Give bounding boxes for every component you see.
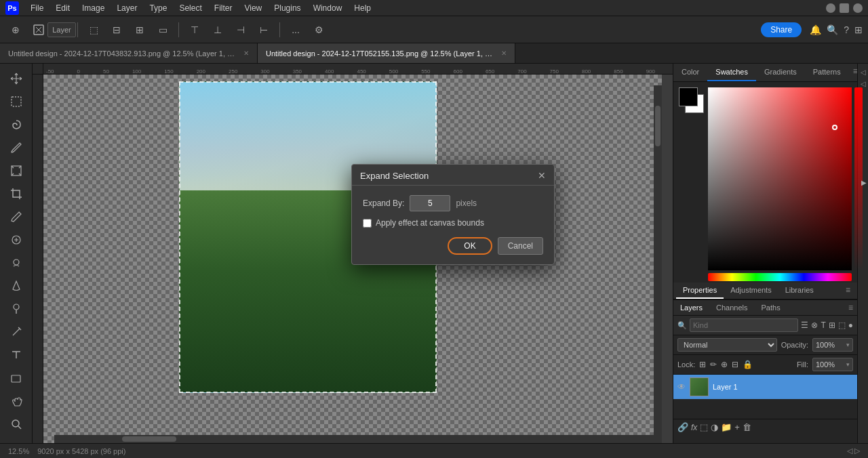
cancel-button[interactable]: Cancel (498, 237, 543, 255)
layers-menu-icon[interactable]: ≡ (844, 300, 857, 315)
filter-icon-1[interactable]: ☰ (801, 320, 808, 330)
notifications-icon[interactable]: 🔔 (810, 24, 821, 35)
layers-search-input[interactable] (690, 318, 798, 332)
window-close[interactable] (853, 3, 863, 13)
layer-visibility-icon[interactable]: 👁 (677, 382, 686, 392)
expand-color-icon[interactable]: ▶ (861, 179, 867, 186)
menu-image[interactable]: Image (77, 2, 109, 14)
tab-layers[interactable]: Layers (673, 300, 709, 315)
tab-patterns[interactable]: Patterns (805, 64, 849, 81)
color-gradient-area[interactable] (708, 87, 852, 270)
menu-help[interactable]: Help (349, 2, 376, 14)
eyedropper-tool[interactable] (4, 206, 28, 228)
help-icon[interactable]: ? (844, 24, 849, 35)
tab-1-close[interactable]: ✕ (243, 49, 249, 57)
clone-tool[interactable] (4, 252, 28, 274)
type-tool[interactable] (4, 344, 28, 366)
move-tool[interactable] (4, 68, 28, 89)
align-opt-1[interactable]: ⬚ (83, 20, 104, 39)
fg-bg-swatches[interactable] (679, 87, 704, 113)
menu-filter[interactable]: Filter (210, 2, 237, 14)
hue-slider[interactable] (708, 273, 852, 281)
tab-channels[interactable]: Channels (709, 300, 754, 315)
align-opt-3[interactable]: ⊞ (130, 20, 150, 39)
menu-window[interactable]: Window (309, 2, 347, 14)
collapse-icon-2[interactable]: ◁ (861, 80, 866, 87)
tab-gradients[interactable]: Gradients (756, 64, 805, 81)
filter-icon-2[interactable]: ⊗ (811, 320, 818, 330)
apply-canvas-checkbox[interactable] (363, 219, 372, 228)
ok-button[interactable]: OK (448, 237, 492, 255)
marquee-tool[interactable] (4, 91, 28, 112)
menu-edit[interactable]: Edit (51, 2, 75, 14)
delete-layer-icon[interactable]: 🗑 (743, 422, 751, 432)
move-tool-options[interactable]: ⊕ (5, 20, 26, 39)
align-opt-5[interactable]: ⊤ (184, 20, 205, 39)
add-mask-icon[interactable]: ⬚ (700, 422, 708, 432)
menu-file[interactable]: File (26, 2, 48, 14)
search-icon[interactable]: 🔍 (827, 24, 838, 35)
lasso-tool[interactable] (4, 114, 28, 136)
scrollbar-horizontal[interactable] (54, 435, 654, 443)
tab-1[interactable]: Untitled design - 2024-12-17T043832.913.… (0, 43, 258, 64)
link-layers-icon[interactable]: 🔗 (677, 422, 688, 432)
extra-opt[interactable]: ... (285, 20, 306, 39)
menu-layer[interactable]: Layer (112, 2, 142, 14)
tab-adjustments[interactable]: Adjustments (724, 283, 778, 299)
blur-tool[interactable] (4, 275, 28, 297)
zoom-tool[interactable] (4, 413, 28, 435)
align-opt-6[interactable]: ⊥ (208, 20, 228, 39)
fill-value-field[interactable]: 100% ▾ (812, 358, 853, 371)
tab-color[interactable]: Color (673, 64, 707, 81)
lock-brush-icon[interactable]: ✏ (710, 360, 717, 369)
collapse-icon-1[interactable]: ◁ (861, 68, 866, 76)
tab-libraries[interactable]: Libraries (778, 283, 821, 299)
filter-icon-5[interactable]: ⬚ (838, 320, 846, 330)
share-button[interactable]: Share (761, 22, 802, 37)
lock-position-icon[interactable]: ⊕ (721, 360, 728, 369)
tab-2[interactable]: Untitled design - 2024-12-17T052155.135.… (258, 43, 515, 64)
filter-icon-4[interactable]: ⊞ (829, 320, 835, 330)
opacity-value-field[interactable]: 100% ▾ (812, 338, 853, 352)
settings-icon[interactable]: ⚙ (309, 20, 329, 39)
menu-view[interactable]: View (239, 2, 267, 14)
fx-icon[interactable]: fx (691, 423, 697, 432)
lock-artboard-icon[interactable]: ⊟ (732, 360, 738, 369)
dialog-close-button[interactable]: ✕ (538, 170, 546, 181)
color-picker[interactable]: ▶ (708, 87, 852, 277)
canvas-container[interactable]: -50 0 50 100 150 200 250 300 350 400 450… (33, 64, 673, 443)
lock-transparency-icon[interactable]: ⊞ (699, 360, 706, 369)
heal-tool[interactable] (4, 229, 28, 251)
transform-tool[interactable] (4, 160, 28, 182)
foreground-swatch[interactable] (679, 87, 698, 106)
pen-tool[interactable] (4, 321, 28, 343)
scrollbar-vertical[interactable] (654, 85, 662, 443)
lock-all-icon[interactable]: 🔒 (743, 360, 753, 369)
filter-icon-3[interactable]: T (821, 320, 825, 330)
new-group-icon[interactable]: 📁 (721, 422, 732, 432)
tab-properties[interactable]: Properties (676, 283, 724, 299)
arrange-icon[interactable]: ⊞ (854, 24, 863, 35)
align-opt-7[interactable]: ⊣ (231, 20, 251, 39)
dodge-tool[interactable] (4, 298, 28, 320)
crop-tool[interactable] (4, 183, 28, 205)
align-opt-8[interactable]: ⊢ (254, 20, 274, 39)
window-maximize[interactable] (840, 3, 849, 13)
align-opt-2[interactable]: ⊟ (106, 20, 127, 39)
brush-tool[interactable] (4, 137, 28, 159)
menu-plugins[interactable]: Plugins (269, 2, 305, 14)
menu-type[interactable]: Type (144, 2, 172, 14)
tab-swatches[interactable]: Swatches (707, 64, 756, 81)
tool-opt-2[interactable] (28, 20, 49, 39)
menu-select[interactable]: Select (174, 2, 206, 14)
shape-tool[interactable] (4, 367, 28, 389)
layer-btn[interactable]: Layer (52, 20, 72, 39)
tab-2-close[interactable]: ✕ (501, 49, 507, 57)
blend-mode-select[interactable]: Normal (677, 338, 777, 352)
layer-1-item[interactable]: 👁 Layer 1 (673, 375, 857, 399)
window-minimize[interactable] (826, 3, 835, 13)
new-layer-icon[interactable]: + (734, 422, 740, 432)
align-opt-4[interactable]: ▭ (153, 20, 173, 39)
tab-paths[interactable]: Paths (755, 300, 787, 315)
prop-menu-icon[interactable]: ≡ (842, 283, 854, 299)
